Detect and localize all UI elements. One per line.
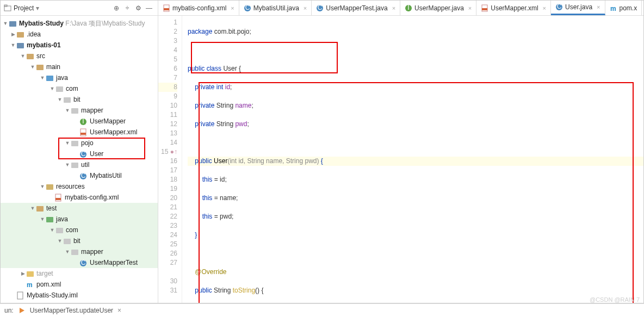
tab-user[interactable]: CUser.java×: [551, 1, 605, 15]
svg-rect-27: [64, 239, 71, 244]
code-content[interactable]: package com.bit.pojo; public class User …: [182, 16, 643, 303]
svg-rect-8: [56, 86, 63, 92]
module-node[interactable]: ▼mybatis-01: [1, 40, 158, 51]
close-icon[interactable]: ×: [304, 5, 307, 11]
svg-text:C: C: [318, 4, 323, 11]
svg-rect-4: [17, 43, 24, 48]
svg-rect-47: [482, 8, 487, 10]
root-node[interactable]: ▼Mybatis-Study F:\Java 项目\Mybatis-Study: [1, 18, 158, 29]
mybatisutil-node[interactable]: CMybatisUtil: [1, 170, 158, 181]
run-icon[interactable]: [18, 307, 26, 314]
close-icon[interactable]: ×: [468, 5, 472, 11]
svg-text:C: C: [81, 150, 85, 158]
editor-tabs: mybatis-config.xml× CMybatisUtil.java× C…: [158, 1, 643, 16]
src-node[interactable]: ▼src: [1, 51, 158, 61]
line-gutter: 123456789101112131415 ●↑1617181920212223…: [158, 16, 182, 303]
svg-rect-31: [27, 271, 34, 277]
project-tree: ▼Mybatis-Study F:\Java 项目\Mybatis-Study …: [1, 16, 158, 303]
project-sidebar: Project ▾ ⊕ ÷ ⚙ — ▼Mybatis-Study F:\Java…: [1, 1, 158, 303]
close-icon[interactable]: ×: [117, 307, 121, 314]
project-label[interactable]: Project: [14, 4, 34, 12]
svg-rect-6: [36, 65, 44, 70]
svg-rect-26: [56, 228, 63, 233]
close-icon[interactable]: ×: [392, 5, 395, 11]
interface-icon: I: [405, 4, 412, 12]
svg-rect-2: [9, 21, 16, 27]
watermark: @CSDN @RAIN 7: [590, 296, 640, 303]
svg-rect-22: [55, 194, 61, 201]
project-icon: [4, 4, 11, 12]
util-node[interactable]: ▼util: [1, 159, 158, 170]
svg-text:I: I: [407, 4, 409, 11]
svg-rect-39: [164, 8, 169, 10]
resources-node[interactable]: ▼resources: [1, 181, 158, 192]
svg-rect-13: [81, 129, 86, 136]
test-com-node[interactable]: ▼com: [1, 225, 158, 235]
svg-rect-21: [46, 184, 53, 190]
svg-rect-9: [64, 97, 71, 103]
test-java-node[interactable]: ▼java: [1, 214, 158, 225]
tab-usermappertest[interactable]: CUserMapperTest.java×: [312, 1, 400, 15]
test-node[interactable]: ▼test: [1, 203, 158, 214]
class-icon: C: [555, 3, 563, 11]
usermapperxml-node[interactable]: UserMapper.xml: [1, 127, 158, 138]
run-config[interactable]: UserMapperTest.updateUser: [30, 307, 113, 314]
pom-node[interactable]: mpom.xml: [1, 279, 158, 290]
xml-icon: [481, 4, 488, 12]
usermappertest-node[interactable]: CUserMapperTest: [1, 257, 158, 268]
svg-text:C: C: [81, 259, 85, 266]
mapper-node[interactable]: ▼mapper: [1, 105, 158, 116]
svg-rect-23: [55, 198, 61, 200]
idea-node[interactable]: ▶.idea: [1, 29, 158, 40]
xml-icon: [163, 4, 170, 12]
maven-icon: m: [610, 4, 617, 12]
svg-rect-10: [71, 108, 78, 114]
svg-rect-28: [71, 250, 78, 255]
expand-icon[interactable]: ÷: [123, 4, 132, 13]
close-icon[interactable]: ×: [231, 5, 234, 11]
user-node[interactable]: CUser: [1, 148, 158, 159]
svg-rect-18: [71, 163, 78, 168]
close-icon[interactable]: ×: [543, 5, 546, 11]
svg-rect-3: [17, 32, 24, 38]
editor-area: mybatis-config.xml× CMybatisUtil.java× C…: [158, 1, 643, 303]
svg-marker-51: [20, 308, 24, 313]
mybatisconfig-node[interactable]: mybatis-config.xml: [1, 192, 158, 203]
class-icon: C: [244, 4, 251, 12]
com-node[interactable]: ▼com: [1, 83, 158, 94]
run-label: un:: [4, 307, 14, 314]
class-icon: C: [316, 4, 324, 12]
iml-node[interactable]: Mybatis-Study.iml: [1, 290, 158, 301]
svg-text:m: m: [27, 281, 33, 289]
tab-pom[interactable]: mpom.x: [605, 1, 642, 15]
status-bar: un: UserMapperTest.updateUser ×: [0, 303, 644, 316]
gear-icon[interactable]: ⚙: [134, 4, 143, 13]
svg-rect-14: [81, 133, 86, 135]
svg-text:C: C: [557, 3, 562, 10]
locate-icon[interactable]: ⊕: [112, 4, 121, 13]
pom2-node[interactable]: mpom.xml: [1, 301, 158, 303]
svg-rect-24: [36, 206, 44, 212]
svg-text:m: m: [610, 5, 616, 12]
svg-rect-7: [46, 76, 53, 81]
svg-text:m: m: [17, 303, 23, 303]
close-icon[interactable]: ×: [597, 4, 600, 10]
code-editor[interactable]: 123456789101112131415 ●↑1617181920212223…: [158, 16, 643, 303]
usermapper-node[interactable]: IUserMapper: [1, 116, 158, 127]
tab-usermapperxml[interactable]: UserMapper.xml×: [476, 1, 551, 15]
tab-mybatis-config[interactable]: mybatis-config.xml×: [158, 1, 239, 15]
tab-mybatisutil[interactable]: CMybatisUtil.java×: [239, 1, 312, 15]
hide-icon[interactable]: —: [145, 4, 153, 13]
svg-rect-15: [71, 141, 78, 146]
main-node[interactable]: ▼main: [1, 61, 158, 72]
target-node[interactable]: ▶target: [1, 268, 158, 279]
test-mapper-node[interactable]: ▼mapper: [1, 246, 158, 257]
tab-usermapper[interactable]: IUserMapper.java×: [400, 1, 476, 15]
svg-text:C: C: [245, 4, 250, 11]
test-bit-node[interactable]: ▼bit: [1, 235, 158, 246]
svg-text:C: C: [81, 172, 85, 179]
java-node[interactable]: ▼java: [1, 72, 158, 83]
pojo-node[interactable]: ▼pojo: [1, 138, 158, 148]
bit-node[interactable]: ▼bit: [1, 94, 158, 105]
project-header: Project ▾ ⊕ ÷ ⚙ —: [1, 1, 158, 16]
